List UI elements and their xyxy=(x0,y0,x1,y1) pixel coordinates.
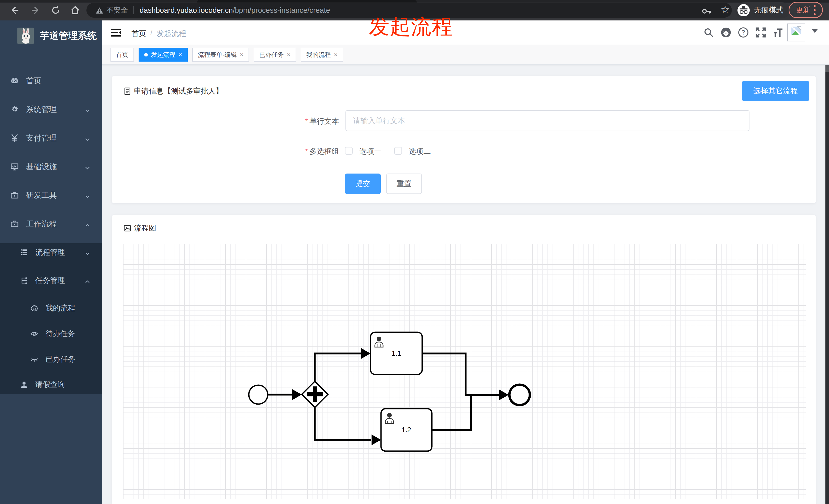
browser-back-icon[interactable] xyxy=(9,5,20,16)
close-icon[interactable]: × xyxy=(334,51,337,58)
checkbox-option-two[interactable] xyxy=(394,147,402,155)
checkbox-option-one-label[interactable]: 选项一 xyxy=(359,147,382,157)
card-title-row: 流程图 xyxy=(123,223,156,233)
tab-my-process[interactable]: 我的流程 × xyxy=(301,48,343,62)
help-icon[interactable]: ? xyxy=(737,27,749,38)
sidebar-item-label: 系统管理 xyxy=(26,104,57,115)
sidebar-item-label: 研发工具 xyxy=(26,190,57,201)
sidebar-item-infrastructure[interactable]: 基础设施 xyxy=(0,152,102,181)
font-size-icon[interactable] xyxy=(772,27,784,38)
card-title-row: 申请信息【测试多审批人】 xyxy=(123,86,223,96)
close-icon[interactable]: × xyxy=(240,51,244,58)
sidebar-item-my-process[interactable]: 我的流程 xyxy=(0,296,102,321)
tab-label: 首页 xyxy=(116,51,129,59)
breadcrumb-current: 发起流程 xyxy=(156,29,186,39)
sidebar-item-todo-tasks[interactable]: 待办任务 xyxy=(0,321,102,347)
sidebar-item-label: 支付管理 xyxy=(26,133,57,143)
sidebar-item-leave-query[interactable]: 请假查询 xyxy=(0,372,102,397)
browser-menu-dots-icon[interactable]: ••• xyxy=(814,4,816,16)
checkbox-option-one[interactable] xyxy=(345,147,353,155)
close-icon[interactable]: × xyxy=(178,51,182,58)
workflow-submenu: 流程管理 任务管理 我的流程 待办任务 已办任务 请假查询 xyxy=(0,243,102,394)
bpmn-user-task-1-1[interactable]: 1.1 xyxy=(370,332,422,375)
sidebar-item-payment[interactable]: 支付管理 xyxy=(0,124,102,152)
incognito-badge: 无痕模式 xyxy=(735,2,790,18)
yen-icon xyxy=(10,134,19,142)
tab-label: 流程表单-编辑 xyxy=(198,51,237,59)
browser-tab-strip xyxy=(0,0,829,3)
field-label-single-line-text: *单行文本 xyxy=(194,116,339,126)
sidebar-item-devtools[interactable]: 研发工具 xyxy=(0,181,102,209)
close-icon[interactable]: × xyxy=(287,51,290,58)
application-info-card: 申请信息【测试多审批人】 选择其它流程 *单行文本 *多选框组 选项一 选项二 … xyxy=(112,76,816,203)
bookmark-star-icon[interactable]: ☆ xyxy=(721,4,730,15)
bpmn-parallel-gateway[interactable] xyxy=(302,381,328,408)
sidebar-item-process-management[interactable]: 流程管理 xyxy=(0,240,102,265)
tab-done-tasks[interactable]: 已办任务 × xyxy=(254,48,296,62)
fullscreen-icon[interactable] xyxy=(755,27,767,38)
sidebar-item-workflow[interactable]: 工作流程 xyxy=(0,209,102,238)
browser-active-tab xyxy=(197,0,417,3)
app-logo-image xyxy=(17,28,34,44)
avatar[interactable] xyxy=(787,24,805,41)
chevron-down-icon xyxy=(85,192,90,198)
submit-button[interactable]: 提交 xyxy=(345,173,381,194)
required-mark: * xyxy=(305,147,308,155)
tab-label: 已办任务 xyxy=(259,51,284,59)
gear-icon xyxy=(10,105,19,114)
bpmn-canvas[interactable]: 1.1 1.2 xyxy=(123,244,806,499)
card-header-divider xyxy=(112,239,816,239)
select-other-process-button[interactable]: 选择其它流程 xyxy=(742,81,809,101)
tab-create-process[interactable]: 发起流程 × xyxy=(139,48,188,62)
password-key-icon[interactable] xyxy=(701,6,712,17)
chevron-down-icon xyxy=(85,164,90,169)
sidebar-item-label: 已办任务 xyxy=(45,354,75,364)
browser-reload-icon[interactable] xyxy=(50,5,61,16)
search-icon[interactable] xyxy=(703,27,715,38)
url-path[interactable]: /bpm/process-instance/create xyxy=(233,6,330,14)
annotation-overlay-text: 发起流程 xyxy=(369,13,453,41)
breadcrumb-home[interactable]: 首页 xyxy=(132,29,146,39)
eye-open-icon xyxy=(30,330,38,338)
bpmn-end-event[interactable] xyxy=(509,385,530,405)
sidebar-item-label: 首页 xyxy=(26,76,41,86)
reset-button[interactable]: 重置 xyxy=(386,173,422,194)
not-secure-label[interactable]: 不安全 xyxy=(106,5,128,15)
tab-process-form-edit[interactable]: 流程表单-编辑 × xyxy=(192,48,249,62)
card-header-divider xyxy=(112,105,816,105)
application-info-title: 申请信息【测试多审批人】 xyxy=(134,86,223,96)
tab-home[interactable]: 首页 × xyxy=(110,48,134,62)
incognito-label: 无痕模式 xyxy=(754,5,784,15)
bpmn-start-event[interactable] xyxy=(249,385,268,404)
sidebar-item-home[interactable]: 首页 xyxy=(0,67,102,95)
single-line-text-input[interactable] xyxy=(346,110,750,131)
app-logo-row[interactable]: 芋道管理系统 xyxy=(0,24,102,48)
browser-update-button[interactable]: 更新 ••• xyxy=(789,2,823,18)
sidebar-collapse-icon[interactable] xyxy=(110,27,122,38)
sidebar-item-label: 任务管理 xyxy=(35,275,65,286)
browser-home-icon[interactable] xyxy=(70,5,81,16)
sidebar-item-system[interactable]: 系统管理 xyxy=(0,95,102,124)
incognito-icon xyxy=(737,4,750,16)
github-icon[interactable] xyxy=(720,27,732,38)
update-label[interactable]: 更新 xyxy=(795,5,810,15)
sidebar-item-task-management[interactable]: 任务管理 xyxy=(0,268,102,294)
page-scrollbar[interactable] xyxy=(825,21,829,504)
sidebar-item-done-tasks[interactable]: 已办任务 xyxy=(0,347,102,372)
briefcase-icon xyxy=(10,220,19,228)
task-label: 1.1 xyxy=(392,350,401,357)
avatar-caret-down-icon[interactable] xyxy=(811,29,818,33)
not-secure-warning-icon xyxy=(96,7,103,14)
tags-view-bar: 首页 × 发起流程 × 流程表单-编辑 × 已办任务 × 我的流程 × xyxy=(102,45,829,65)
app-title: 芋道管理系统 xyxy=(40,29,97,42)
bpmn-user-task-1-2[interactable]: 1.2 xyxy=(381,409,432,451)
sidebar-item-label: 工作流程 xyxy=(26,219,57,229)
checkbox-option-two-label[interactable]: 选项二 xyxy=(409,147,431,157)
sidebar-item-label: 基础设施 xyxy=(26,161,57,172)
url-host[interactable]: dashboard.yudao.iocoder.cn xyxy=(140,6,233,14)
picture-icon xyxy=(123,224,132,232)
broken-image-icon xyxy=(788,24,805,41)
browser-forward-icon[interactable] xyxy=(30,5,41,16)
sidebar-item-label: 待办任务 xyxy=(45,329,75,339)
chevron-down-icon xyxy=(85,107,90,112)
